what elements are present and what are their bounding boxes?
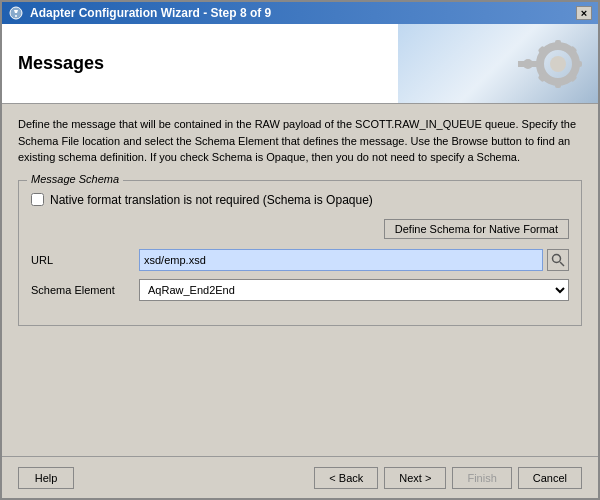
- title-bar-left: Adapter Configuration Wizard - Step 8 of…: [8, 5, 271, 21]
- schema-element-label: Schema Element: [31, 284, 131, 296]
- schema-element-wrapper: AqRaw_End2End: [139, 279, 569, 301]
- svg-line-15: [560, 262, 564, 266]
- next-button[interactable]: Next >: [384, 467, 446, 489]
- title-bar-text: Adapter Configuration Wizard - Step 8 of…: [30, 6, 271, 20]
- page-title: Messages: [18, 53, 104, 74]
- search-icon: [551, 253, 565, 267]
- back-button[interactable]: < Back: [314, 467, 378, 489]
- define-schema-row: Define Schema for Native Format: [31, 219, 569, 239]
- url-input[interactable]: [139, 249, 543, 271]
- svg-point-1: [15, 15, 17, 17]
- group-legend: Message Schema: [27, 173, 123, 185]
- content-area: Define the message that will be containe…: [2, 104, 598, 456]
- header-section: Messages: [2, 24, 598, 104]
- message-schema-group: Message Schema Native format translation…: [18, 180, 582, 326]
- url-row: URL: [31, 249, 569, 271]
- close-button[interactable]: ×: [576, 6, 592, 20]
- svg-point-13: [523, 59, 533, 69]
- footer: Help < Back Next > Finish Cancel: [2, 456, 598, 498]
- svg-point-3: [550, 56, 566, 72]
- finish-button[interactable]: Finish: [452, 467, 511, 489]
- browse-button[interactable]: [547, 249, 569, 271]
- help-button[interactable]: Help: [18, 467, 74, 489]
- cancel-button[interactable]: Cancel: [518, 467, 582, 489]
- title-bar: Adapter Configuration Wizard - Step 8 of…: [2, 2, 598, 24]
- schema-element-select[interactable]: AqRaw_End2End: [139, 279, 569, 301]
- header-graphic: [508, 34, 588, 94]
- footer-left: Help: [18, 467, 74, 489]
- checkbox-row: Native format translation is not require…: [31, 193, 569, 207]
- svg-point-14: [553, 254, 561, 262]
- url-input-wrapper: [139, 249, 569, 271]
- wizard-window: Adapter Configuration Wizard - Step 8 of…: [0, 0, 600, 500]
- wizard-icon: [8, 5, 24, 21]
- url-label: URL: [31, 254, 131, 266]
- svg-rect-5: [555, 78, 561, 88]
- description-text: Define the message that will be containe…: [18, 116, 582, 166]
- svg-rect-7: [572, 61, 582, 67]
- opaque-checkbox[interactable]: [31, 193, 44, 206]
- gear-icon: [518, 34, 588, 94]
- checkbox-label: Native format translation is not require…: [50, 193, 373, 207]
- svg-rect-4: [555, 40, 561, 50]
- footer-right: < Back Next > Finish Cancel: [314, 467, 582, 489]
- schema-element-row: Schema Element AqRaw_End2End: [31, 279, 569, 301]
- header-content: Messages: [18, 53, 104, 74]
- define-schema-button[interactable]: Define Schema for Native Format: [384, 219, 569, 239]
